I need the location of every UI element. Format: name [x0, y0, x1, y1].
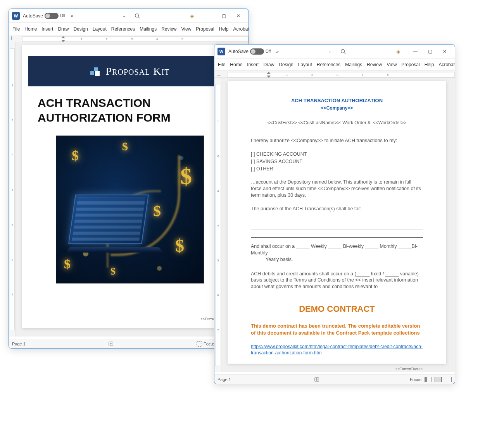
demo-contract-heading: DEMO CONTRACT — [251, 303, 423, 315]
demo-contract-text: This demo contract has been truncated. T… — [251, 323, 423, 337]
svg-point-4 — [110, 342, 112, 344]
tab-proposal[interactable]: Proposal — [194, 25, 216, 33]
check-option: [ ] SAVINGS ACCOUNT — [251, 158, 423, 165]
premium-diamond-icon[interactable]: ◈ — [189, 13, 195, 19]
vruler-mark: 2 — [217, 154, 219, 158]
document-area[interactable]: 1 2 3 4 5 6 7 ACH TRANSACTION AUTHORIZAT… — [214, 78, 455, 372]
word-app-icon: W — [12, 12, 20, 20]
premium-diamond-icon[interactable]: ◈ — [395, 48, 401, 55]
ruler-mark: 5 — [181, 38, 183, 41]
ruler-mark: 4 — [156, 38, 158, 41]
purpose-lines — [251, 216, 423, 238]
word-window-1: W AutoSave Off » ⌄ ◈ — ▢ ✕ File Home Ins… — [9, 9, 249, 349]
minimize-button[interactable]: — — [202, 10, 216, 21]
current-date-field: <<CurrentDate>> — [251, 366, 423, 372]
document-page[interactable]: Proposal Kit ACH TRANSACTION AUTHORIZATI… — [22, 45, 238, 328]
horizontal-ruler[interactable]: 1 2 3 4 5 — [9, 35, 249, 42]
tab-file[interactable]: File — [10, 25, 22, 33]
vruler-mark: 7 — [217, 328, 219, 332]
tab-home[interactable]: Home — [22, 25, 39, 33]
minimize-button[interactable]: — — [408, 46, 422, 57]
window-controls: — ▢ ✕ — [408, 46, 452, 57]
tab-insert[interactable]: Insert — [245, 60, 261, 69]
tab-draw[interactable]: Draw — [56, 25, 71, 33]
tab-references[interactable]: References — [315, 60, 342, 69]
maximize-button[interactable]: ▢ — [217, 10, 231, 21]
titlebar: W AutoSave Off » ⌄ ◈ — ▢ ✕ — [9, 9, 249, 23]
read-mode-button[interactable] — [425, 376, 432, 383]
tab-file[interactable]: File — [216, 60, 227, 69]
tab-mailings[interactable]: Mailings — [138, 25, 159, 33]
tab-review[interactable]: Review — [159, 25, 178, 33]
titlebar: W AutoSave Off » ⌄ ◈ — ▢ ✕ — [214, 45, 455, 58]
tab-references[interactable]: References — [109, 25, 137, 33]
tab-layout[interactable]: Layout — [91, 25, 109, 33]
svg-line-6 — [344, 52, 346, 54]
ruler-mark: 3 — [337, 73, 338, 77]
svg-point-0 — [135, 14, 139, 17]
ruler-mark: 5 — [387, 73, 388, 77]
search-icon[interactable] — [340, 48, 346, 55]
tab-layout[interactable]: Layout — [296, 60, 314, 69]
tab-view[interactable]: View — [180, 25, 193, 33]
brand-name: Proposal Kit — [106, 65, 170, 77]
tab-design[interactable]: Design — [277, 60, 295, 69]
tab-acrobat[interactable]: Acrobat — [437, 60, 455, 69]
close-button[interactable]: ✕ — [231, 10, 245, 21]
title-dropdown-icon[interactable]: ⌄ — [328, 49, 331, 53]
tab-help[interactable]: Help — [217, 25, 231, 33]
tab-draw[interactable]: Draw — [261, 60, 276, 69]
maximize-button[interactable]: ▢ — [423, 46, 437, 57]
depository-paragraph: …account at the Depository named below. … — [251, 179, 423, 199]
demo-contract-link[interactable]: https://www.proposalkit.com/htm/legal-co… — [251, 344, 423, 356]
autosave[interactable]: AutoSave Off — [228, 48, 271, 55]
vruler-mark: 2 — [12, 119, 13, 122]
vruler-mark: 6 — [217, 294, 219, 297]
vertical-ruler[interactable]: 1 2 3 4 5 6 7 — [9, 42, 16, 337]
qat-overflow-icon[interactable]: » — [71, 13, 73, 19]
svg-point-5 — [341, 49, 345, 53]
print-layout-button[interactable] — [435, 376, 442, 383]
accessibility-icon[interactable] — [313, 376, 320, 383]
check-option: [ ] OTHER — [251, 166, 423, 172]
tab-acrobat[interactable]: Acrobat — [231, 25, 249, 33]
vruler-mark: 1 — [217, 119, 219, 123]
ruler-mark: 2 — [106, 38, 107, 41]
proposal-kit-logo-icon — [90, 65, 102, 77]
tab-mailings[interactable]: Mailings — [343, 60, 364, 69]
autosave-toggle[interactable] — [250, 48, 264, 55]
window-controls: — ▢ ✕ — [202, 10, 245, 21]
close-button[interactable]: ✕ — [438, 46, 452, 57]
vertical-ruler[interactable]: 1 2 3 4 5 6 7 — [214, 78, 221, 372]
tab-help[interactable]: Help — [423, 60, 436, 69]
autosave-toggle[interactable] — [45, 13, 59, 19]
form-title: ACH TRANSACTION AUTHORIZATION — [251, 97, 423, 104]
tab-review[interactable]: Review — [365, 60, 384, 69]
autosave[interactable]: AutoSave Off — [23, 13, 65, 19]
page-indicator[interactable]: Page 1 — [217, 377, 231, 382]
tab-home[interactable]: Home — [228, 60, 244, 69]
search-icon[interactable] — [134, 13, 140, 19]
vruler-mark: 7 — [12, 293, 13, 296]
tab-design[interactable]: Design — [71, 25, 90, 33]
vruler-mark: 1 — [12, 84, 13, 87]
title-dropdown-icon[interactable]: ⌄ — [123, 14, 126, 18]
autosave-state: Off — [60, 14, 65, 18]
account-checklist: [ ] CHECKING ACCOUNT [ ] SAVINGS ACCOUNT… — [251, 151, 423, 172]
focus-mode-button[interactable]: Focus — [403, 377, 421, 382]
svg-point-9 — [316, 378, 318, 379]
page-indicator[interactable]: Page 1 — [12, 342, 26, 346]
web-layout-button[interactable] — [445, 376, 452, 383]
cover-title: ACH TRANSACTION AUTHORIZATION FORM — [38, 96, 222, 125]
ribbon-tabs: File Home Insert Draw Design Layout Refe… — [9, 23, 249, 35]
tab-view[interactable]: View — [385, 60, 399, 69]
horizontal-ruler[interactable]: 1 2 3 4 5 — [214, 71, 455, 78]
document-page[interactable]: ACH TRANSACTION AUTHORIZATION <<Company>… — [228, 81, 446, 364]
tab-insert[interactable]: Insert — [40, 25, 55, 33]
check-option: [ ] CHECKING ACCOUNT — [251, 151, 423, 158]
document-area[interactable]: 1 2 3 4 5 6 7 Proposal Kit ACH TRANSACTI… — [9, 42, 249, 337]
qat-overflow-icon[interactable]: » — [276, 49, 279, 54]
focus-mode-button[interactable]: Focus — [197, 341, 215, 347]
tab-proposal[interactable]: Proposal — [399, 60, 421, 69]
accessibility-icon[interactable] — [107, 340, 114, 347]
